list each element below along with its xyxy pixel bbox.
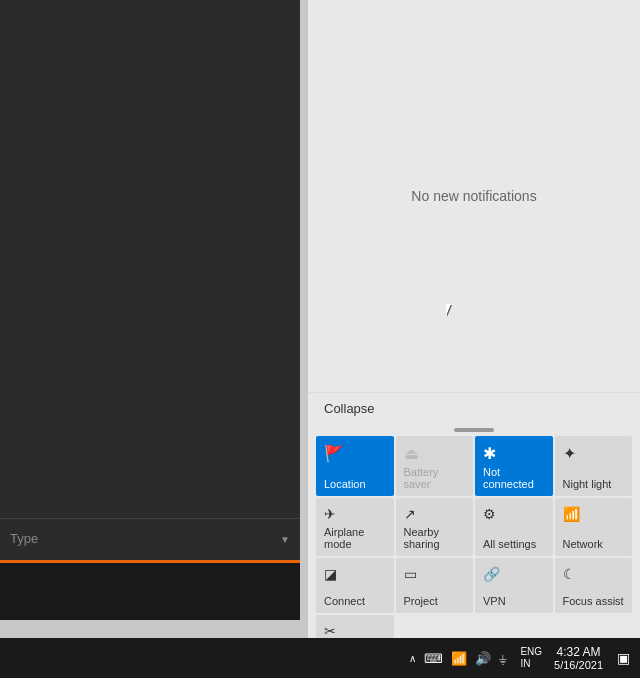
- type-label: Type: [10, 531, 38, 546]
- tile-nearby-label: Nearby sharing: [404, 526, 466, 550]
- type-bar: Type ▼: [0, 518, 300, 558]
- taskbar-right: ∧ ⌨ 📶 🔊 ⏚ ENG IN 4:32 AM 5/16/2021 ▣: [400, 638, 636, 678]
- clock-time: 4:32 AM: [557, 645, 601, 659]
- tile-location[interactable]: 🚩 Location: [316, 436, 394, 496]
- clock-date: 5/16/2021: [554, 659, 603, 671]
- tile-battery-saver-label: Battery saver: [404, 466, 466, 490]
- connect-icon: ◪: [324, 566, 337, 582]
- volume-icon[interactable]: 🔊: [472, 649, 494, 668]
- dropdown-arrow-icon[interactable]: ▼: [280, 533, 290, 544]
- tile-connect-label: Connect: [324, 595, 365, 607]
- no-notifications-text: No new notifications: [411, 188, 536, 204]
- tile-focus-assist[interactable]: ☾ Focus assist: [555, 558, 633, 613]
- focus-assist-icon: ☾: [563, 566, 576, 582]
- lang-label: ENG IN: [520, 646, 542, 670]
- quick-actions-row1: 🚩 Location ⏏ Battery saver ✱ Not connect…: [316, 436, 632, 496]
- nearby-sharing-icon: ↗: [404, 506, 416, 522]
- collapse-button[interactable]: Collapse: [308, 392, 640, 424]
- screen-snip-icon: ✂: [324, 623, 336, 639]
- clock-area[interactable]: 4:32 AM 5/16/2021: [546, 638, 611, 678]
- tile-airplane-label: Airplane mode: [324, 526, 386, 550]
- system-tray: ∧ ⌨ 📶 🔊 ⏚: [400, 638, 516, 678]
- airplane-icon: ✈: [324, 506, 336, 522]
- project-icon: ▭: [404, 566, 417, 582]
- tile-connect[interactable]: ◪ Connect: [316, 558, 394, 613]
- tile-airplane-mode[interactable]: ✈ Airplane mode: [316, 498, 394, 556]
- notification-area: No new notifications: [308, 0, 640, 392]
- quick-actions-row2: ✈ Airplane mode ↗ Nearby sharing ⚙ All s…: [316, 498, 632, 556]
- tile-focus-label: Focus assist: [563, 595, 624, 607]
- tile-project-label: Project: [404, 595, 438, 607]
- battery-saver-icon: ⏏: [404, 444, 419, 463]
- vpn-icon: 🔗: [483, 566, 500, 582]
- lang-area[interactable]: ENG IN: [516, 638, 546, 678]
- scroll-bar: [454, 428, 494, 432]
- network-icon: 📶: [563, 506, 580, 522]
- tile-network[interactable]: 📶 Network: [555, 498, 633, 556]
- tile-vpn-label: VPN: [483, 595, 506, 607]
- tile-location-label: Location: [324, 478, 366, 490]
- tile-night-light[interactable]: ✦ Night light: [555, 436, 633, 496]
- notification-center-button[interactable]: ▣: [611, 638, 636, 678]
- keyboard-icon[interactable]: ⌨: [421, 649, 446, 668]
- taskbar: ∧ ⌨ 📶 🔊 ⏚ ENG IN 4:32 AM 5/16/2021 ▣: [0, 638, 640, 678]
- scroll-indicator: [308, 424, 640, 436]
- tile-network-label: Network: [563, 538, 603, 550]
- lang-text: ENG: [520, 646, 542, 658]
- tile-nearby-sharing[interactable]: ↗ Nearby sharing: [396, 498, 474, 556]
- app-window: Type ▼: [0, 0, 300, 620]
- tile-all-settings[interactable]: ⚙ All settings: [475, 498, 553, 556]
- notification-panel: No new notifications Collapse 🚩 Location…: [308, 0, 640, 678]
- tile-bluetooth-label: Not connected: [483, 466, 545, 490]
- quick-actions-row3: ◪ Connect ▭ Project 🔗 VPN ☾ Focus assist: [316, 558, 632, 613]
- location-icon: 🚩: [324, 444, 344, 463]
- bluetooth-icon: ✱: [483, 444, 496, 463]
- app-window-bottom: [0, 560, 300, 620]
- night-light-icon: ✦: [563, 444, 576, 463]
- tile-night-light-label: Night light: [563, 478, 612, 490]
- tray-chevron-icon[interactable]: ∧: [406, 651, 419, 666]
- battery-tray-icon[interactable]: ⏚: [496, 649, 510, 668]
- lang-sub-text: IN: [520, 658, 542, 670]
- network-tray-icon[interactable]: 📶: [448, 649, 470, 668]
- tile-vpn[interactable]: 🔗 VPN: [475, 558, 553, 613]
- tile-settings-label: All settings: [483, 538, 536, 550]
- tile-bluetooth[interactable]: ✱ Not connected: [475, 436, 553, 496]
- settings-icon: ⚙: [483, 506, 496, 522]
- tile-project[interactable]: ▭ Project: [396, 558, 474, 613]
- tile-battery-saver[interactable]: ⏏ Battery saver: [396, 436, 474, 496]
